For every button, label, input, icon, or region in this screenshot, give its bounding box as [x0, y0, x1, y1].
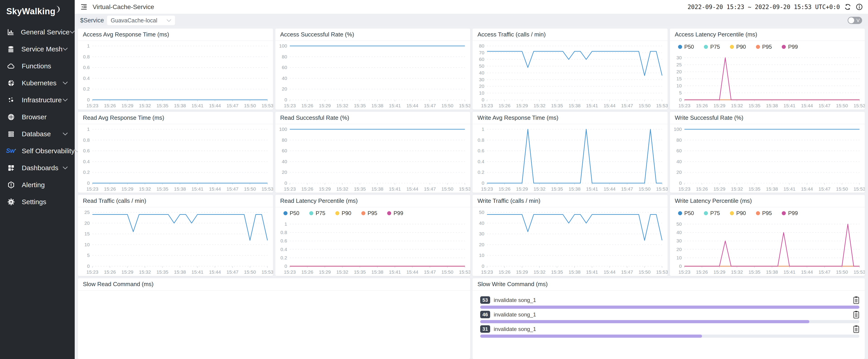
- page-title: Virtual-Cache-Service: [93, 3, 154, 11]
- refresh-icon[interactable]: [844, 3, 851, 11]
- svg-text:0.6: 0.6: [83, 65, 90, 70]
- svg-text:15:50: 15:50: [639, 103, 651, 108]
- svg-text:15:53: 15:53: [261, 186, 273, 192]
- time-range-picker[interactable]: 2022-09-20 15:23 ~ 2022-09-20 15:53 UTC+…: [688, 4, 840, 10]
- svg-text:15:53: 15:53: [261, 103, 273, 108]
- svg-text:40: 40: [479, 70, 484, 75]
- legend-item-p75[interactable]: P75: [704, 44, 720, 50]
- svg-text:15:29: 15:29: [121, 103, 133, 108]
- panel-access-traffic: Access Traffic (calls / min) 01020304050…: [472, 29, 668, 109]
- sidebar-item-alerting[interactable]: Alerting: [0, 176, 75, 193]
- svg-text:40: 40: [282, 159, 287, 164]
- svg-text:09-20: 09-20: [104, 109, 116, 109]
- chevron-down-icon: [62, 132, 68, 136]
- svg-text:15:26: 15:26: [498, 269, 510, 274]
- service-select[interactable]: GuavaCache-local: [107, 15, 175, 25]
- clipboard-icon[interactable]: [853, 296, 859, 304]
- skywalking-logo[interactable]: SkyWalking: [0, 0, 75, 23]
- svg-text:09-20: 09-20: [748, 109, 761, 109]
- sidebar-item-dashboards[interactable]: Dashboards: [0, 159, 75, 176]
- svg-text:0.8: 0.8: [83, 137, 90, 142]
- svg-text:09-20: 09-20: [853, 109, 865, 109]
- svg-text:1: 1: [87, 127, 90, 132]
- svg-text:09-20: 09-20: [533, 192, 546, 193]
- svg-text:80: 80: [282, 54, 287, 59]
- svg-text:15: 15: [85, 231, 90, 236]
- svg-text:09-20: 09-20: [371, 192, 383, 193]
- sw-logo-icon: Sw’: [7, 147, 16, 155]
- svg-text:15:44: 15:44: [209, 186, 221, 192]
- legend-dot-icon: [678, 211, 682, 215]
- legend-label: P95: [762, 44, 772, 50]
- svg-text:09-20: 09-20: [121, 192, 133, 193]
- svg-text:09-20: 09-20: [226, 109, 239, 109]
- legend-item-p50[interactable]: P50: [678, 210, 694, 217]
- chart-body: 02040608010015:2309-2015:2609-2015:2909-…: [670, 124, 865, 193]
- sidebar: SkyWalking General ServiceService MeshFu…: [0, 0, 75, 359]
- svg-text:09-20: 09-20: [459, 109, 470, 109]
- sidebar-item-database[interactable]: Database: [0, 125, 75, 142]
- sidebar-item-service-mesh[interactable]: Service Mesh: [0, 40, 75, 58]
- sidebar-item-functions[interactable]: Functions: [0, 58, 75, 74]
- svg-text:09-20: 09-20: [481, 109, 493, 109]
- svg-text:09-20: 09-20: [656, 275, 668, 276]
- legend-item-p95[interactable]: P95: [756, 210, 772, 217]
- svg-text:80: 80: [282, 137, 287, 142]
- outline-toggle-icon[interactable]: [80, 3, 88, 11]
- sidebar-item-settings[interactable]: Settings: [0, 193, 75, 210]
- svg-text:09-20: 09-20: [406, 192, 418, 193]
- svg-text:0: 0: [679, 181, 682, 186]
- svg-text:15:47: 15:47: [226, 103, 238, 108]
- svg-text:09-20: 09-20: [713, 275, 725, 276]
- legend-dot-icon: [704, 45, 708, 49]
- series-line-avg: [487, 129, 662, 183]
- svg-text:15:47: 15:47: [226, 186, 238, 192]
- svg-text:15:32: 15:32: [534, 269, 546, 274]
- svg-text:09-20: 09-20: [516, 192, 528, 193]
- svg-text:15:32: 15:32: [336, 186, 348, 192]
- svg-text:0: 0: [284, 97, 287, 102]
- svg-text:09-20: 09-20: [603, 192, 616, 193]
- legend-item-p90[interactable]: P90: [730, 210, 746, 217]
- clipboard-icon[interactable]: [853, 325, 859, 333]
- svg-text:15:26: 15:26: [696, 186, 708, 192]
- info-icon[interactable]: [856, 3, 863, 11]
- svg-text:15:50: 15:50: [441, 186, 453, 192]
- clipboard-icon[interactable]: [853, 311, 859, 319]
- sidebar-item-general-service[interactable]: General Service: [0, 24, 75, 40]
- legend-item-p90[interactable]: P90: [335, 210, 351, 217]
- svg-text:09-20: 09-20: [639, 275, 651, 276]
- legend-item-p50[interactable]: P50: [283, 210, 300, 217]
- svg-text:15:50: 15:50: [244, 269, 256, 274]
- sidebar-item-browser[interactable]: Browser: [0, 108, 75, 125]
- panel-read-latency-percentile: Read Latency Percentile (ms) P50P75P90P9…: [275, 195, 470, 276]
- legend-item-p90[interactable]: P90: [730, 44, 746, 50]
- panel-write-latency-percentile: Write Latency Percentile (ms) P50P75P90P…: [670, 195, 865, 276]
- legend-item-p75[interactable]: P75: [704, 210, 720, 217]
- svg-text:15: 15: [676, 76, 681, 81]
- legend-item-p99[interactable]: P99: [782, 44, 798, 50]
- svg-text:80: 80: [479, 43, 484, 48]
- legend-item-p99[interactable]: P99: [782, 210, 798, 217]
- chart-legend: P50P75P90P95P99: [275, 207, 470, 219]
- legend-item-p50[interactable]: P50: [678, 44, 694, 50]
- legend-item-p95[interactable]: P95: [361, 210, 377, 217]
- legend-item-p75[interactable]: P75: [309, 210, 325, 217]
- svg-text:60: 60: [282, 65, 287, 70]
- sidebar-item-kubernetes[interactable]: Kubernetes: [0, 74, 75, 92]
- legend-label: P50: [290, 210, 300, 217]
- sidebar-item-self-observability[interactable]: Sw’Self Observability: [0, 142, 75, 159]
- chart-body: 0102030405015:2309-2015:2609-2015:2909-2…: [472, 207, 668, 276]
- bar-track: [480, 305, 859, 309]
- svg-text:15:35: 15:35: [748, 186, 761, 192]
- svg-text:09-20: 09-20: [406, 109, 418, 109]
- legend-item-p99[interactable]: P99: [387, 210, 403, 217]
- svg-text:09-20: 09-20: [678, 109, 690, 109]
- svg-text:09-20: 09-20: [301, 192, 313, 193]
- sidebar-item-infrastructure[interactable]: Infrastructure: [0, 92, 75, 108]
- svg-text:0.2: 0.2: [280, 255, 287, 260]
- version-toggle[interactable]: V: [848, 17, 862, 24]
- legend-item-p95[interactable]: P95: [756, 44, 772, 50]
- svg-text:15:53: 15:53: [261, 269, 273, 274]
- svg-text:09-20: 09-20: [783, 192, 796, 193]
